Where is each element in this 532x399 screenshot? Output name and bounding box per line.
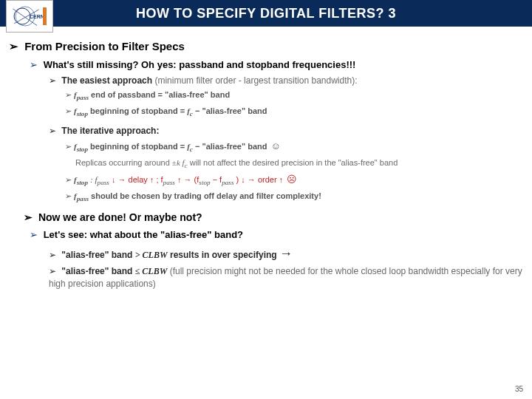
- bullet-missing: ➢ What's still missing? Oh yes: passband…: [30, 59, 523, 70]
- svg-rect-5: [43, 7, 47, 25]
- header-bar: HOW TO SPECIFY DIGITAL FILTERS? 3: [0, 0, 532, 27]
- txt: c: [190, 110, 193, 117]
- bullet-easiest: ➢ The easiest approach (minimum filter o…: [49, 75, 523, 86]
- bullet-arrow-icon: ➢: [49, 266, 56, 276]
- bullet-arrow-icon: ➢: [30, 229, 38, 240]
- txt: ↓ → delay ↑ ; f: [112, 175, 163, 184]
- section-heading-1: ➢ From Precision to Filter Specs: [9, 40, 523, 53]
- section-heading-1-text: From Precision to Filter Specs: [24, 40, 185, 52]
- sub-fpass-tradeoff: ➢ fpass should be chosen by trading off …: [65, 191, 523, 204]
- cern-logo-svg: CERN: [10, 5, 50, 27]
- slide-body: ➢ From Precision to Filter Specs ➢ What'…: [9, 35, 523, 381]
- sub-clbw-under: ➢ "alias-free" band ≤ CLBW (full precisi…: [49, 265, 523, 289]
- txt: beginning of stopband =: [90, 142, 187, 151]
- txt: stop: [77, 146, 88, 153]
- txt: − "alias-free" band: [195, 106, 267, 115]
- bullet-arrow-icon: ➢: [65, 191, 72, 200]
- txt: should be chosen by trading off delay an…: [91, 191, 321, 200]
- bullet-lets-see-text: Let's see: what about the "alias-free" b…: [44, 229, 243, 240]
- bullet-arrow-icon: ➢: [65, 175, 72, 184]
- txt: The easiest approach: [61, 75, 152, 86]
- txt: (minimum filter order - largest transiti…: [152, 75, 357, 86]
- bullet-missing-text: What's still missing? Oh yes: passband a…: [44, 59, 356, 70]
- txt: − f: [213, 175, 222, 184]
- txt: > CLBW: [135, 250, 168, 260]
- txt: The iterative approach:: [61, 126, 159, 136]
- sub-clbw-over: ➢ "alias-free" band > CLBW results in ov…: [49, 245, 523, 262]
- txt: − "alias-free" band: [195, 142, 270, 151]
- txt: c: [190, 146, 193, 153]
- sub-tradeoff-arrows: ➢ fstop : fpass ↓ → delay ↑ ; fpass ↑ → …: [65, 174, 523, 188]
- txt: pass: [98, 179, 109, 186]
- bullet-arrow-icon: ➢: [65, 90, 72, 99]
- txt: stop: [77, 110, 88, 117]
- txt: ↑ → (f: [177, 175, 199, 184]
- bullet-arrow-icon: ➢: [9, 40, 18, 52]
- txt: pass: [77, 195, 89, 202]
- svg-text:CERN: CERN: [30, 14, 44, 19]
- bullet-arrow-icon: ➢: [30, 59, 38, 70]
- txt: results in over specifying: [170, 250, 279, 260]
- section-heading-2: ➢ Now we are done! Or maybe not?: [24, 211, 523, 223]
- bullet-arrow-icon: ➢: [49, 250, 56, 260]
- cern-logo: CERN: [6, 0, 53, 33]
- right-arrow-icon: →: [279, 246, 293, 261]
- txt: pass: [222, 179, 233, 186]
- txt: stop: [77, 179, 88, 186]
- slide: HOW TO SPECIFY DIGITAL FILTERS? 3 CERN ➢…: [0, 0, 532, 399]
- txt: will not affect the desired precision in…: [190, 158, 398, 167]
- bullet-arrow-icon: ➢: [49, 75, 56, 86]
- sub-fstop-begin-easy: ➢ fstop beginning of stopband = fc − "al…: [65, 106, 523, 119]
- sub-replicas-note: Replicas occurring around ±k fc will not…: [75, 157, 523, 171]
- smile-icon: ☺: [271, 140, 281, 151]
- sub-fstop-begin-iter: ➢ fstop beginning of stopband = fc − "al…: [65, 140, 523, 154]
- bullet-arrow-icon: ➢: [65, 142, 72, 151]
- bullet-arrow-icon: ➢: [49, 126, 56, 136]
- page-number: 35: [515, 385, 523, 393]
- sub-fpass-end: ➢ fpass end of passband = "alias-free" b…: [65, 89, 523, 103]
- txt: pass: [77, 94, 89, 101]
- bullet-iterative: ➢ The iterative approach:: [49, 125, 523, 137]
- bullet-arrow-icon: ➢: [24, 211, 33, 223]
- txt: "alias-free" band: [61, 266, 134, 276]
- txt: : f: [90, 175, 97, 184]
- txt: pass: [163, 179, 175, 186]
- txt: beginning of stopband =: [90, 106, 187, 115]
- txt: ≤ CLBW: [135, 266, 168, 276]
- txt: "alias-free" band: [61, 250, 134, 260]
- txt: Replicas occurring around: [75, 158, 172, 167]
- bullet-arrow-icon: ➢: [65, 106, 72, 115]
- txt: c: [185, 162, 188, 169]
- section-heading-2-text: Now we are done! Or maybe not?: [38, 211, 202, 223]
- txt: stop: [199, 179, 210, 186]
- txt: end of passband = "alias-free" band: [91, 90, 230, 99]
- frown-icon: ☹: [287, 174, 297, 185]
- txt: ) ↓ → order ↑: [236, 175, 286, 184]
- bullet-lets-see: ➢ Let's see: what about the "alias-free"…: [30, 229, 523, 240]
- txt: ±k f: [172, 158, 185, 167]
- slide-title: HOW TO SPECIFY DIGITAL FILTERS? 3: [136, 6, 396, 21]
